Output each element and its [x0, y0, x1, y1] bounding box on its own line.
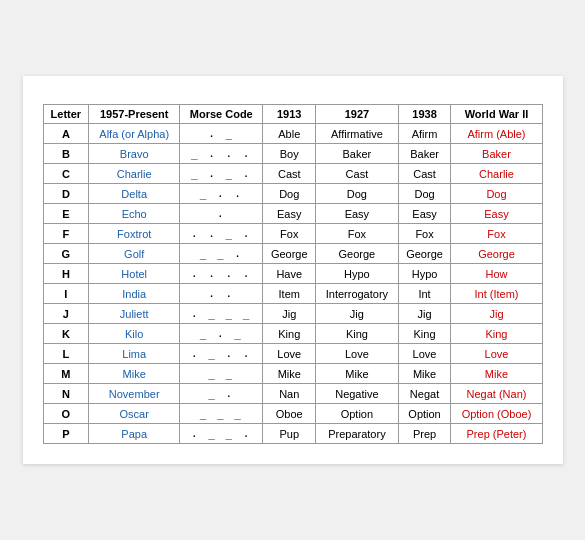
letter-cell: K [43, 324, 89, 344]
year-cell: Able [263, 124, 316, 144]
ww2-cell: Jig [451, 304, 542, 324]
morse-cell: . _ _ _ [180, 304, 263, 324]
ww2-cell: Afirm (Able) [451, 124, 542, 144]
year-cell: Dog [398, 184, 451, 204]
year-cell: Interrogatory [316, 284, 398, 304]
ww2-cell: Negat (Nan) [451, 384, 542, 404]
letter-cell: H [43, 264, 89, 284]
column-header: Morse Code [180, 105, 263, 124]
year-cell: Mike [316, 364, 398, 384]
ww2-cell: Easy [451, 204, 542, 224]
table-row: CCharlie_ . _ .CastCastCastCharlie [43, 164, 542, 184]
phonetic-alphabet-table: Letter1957-PresentMorse Code191319271938… [43, 104, 543, 444]
table-row: AAlfa (or Alpha). _AbleAffirmativeAfirmA… [43, 124, 542, 144]
table-row: NNovember_ .NanNegativeNegatNegat (Nan) [43, 384, 542, 404]
year-cell: King [263, 324, 316, 344]
year-cell: Affirmative [316, 124, 398, 144]
phonetic-cell: Papa [89, 424, 180, 444]
ww2-cell: King [451, 324, 542, 344]
year-cell: King [398, 324, 451, 344]
year-cell: Preparatory [316, 424, 398, 444]
morse-cell: _ _ _ [180, 404, 263, 424]
table-row: KKilo_ . _KingKingKingKing [43, 324, 542, 344]
letter-cell: F [43, 224, 89, 244]
year-cell: Option [316, 404, 398, 424]
morse-cell: . . _ . [180, 224, 263, 244]
year-cell: Prep [398, 424, 451, 444]
year-cell: Baker [398, 144, 451, 164]
ww2-cell: How [451, 264, 542, 284]
year-cell: Cast [263, 164, 316, 184]
table-row: LLima. _ . .LoveLoveLoveLove [43, 344, 542, 364]
column-header: Letter [43, 105, 89, 124]
year-cell: Jig [263, 304, 316, 324]
phonetic-cell: Oscar [89, 404, 180, 424]
year-cell: George [316, 244, 398, 264]
phonetic-cell: Foxtrot [89, 224, 180, 244]
year-cell: Jig [398, 304, 451, 324]
morse-cell: . _ . . [180, 344, 263, 364]
morse-cell: _ . _ [180, 324, 263, 344]
letter-cell: C [43, 164, 89, 184]
letter-cell: L [43, 344, 89, 364]
morse-cell: _ . [180, 384, 263, 404]
column-header: 1938 [398, 105, 451, 124]
year-cell: Fox [398, 224, 451, 244]
ww2-cell: Prep (Peter) [451, 424, 542, 444]
morse-cell: _ . . . [180, 144, 263, 164]
ww2-cell: Mike [451, 364, 542, 384]
column-header: 1927 [316, 105, 398, 124]
phonetic-cell: Alfa (or Alpha) [89, 124, 180, 144]
phonetic-cell: Mike [89, 364, 180, 384]
ww2-cell: Dog [451, 184, 542, 204]
column-header: 1957-Present [89, 105, 180, 124]
table-row: IIndia. .ItemInterrogatoryIntInt (Item) [43, 284, 542, 304]
page-container: Letter1957-PresentMorse Code191319271938… [23, 76, 563, 464]
letter-cell: P [43, 424, 89, 444]
morse-cell: . . [180, 284, 263, 304]
year-cell: Item [263, 284, 316, 304]
morse-cell: . _ _ . [180, 424, 263, 444]
year-cell: Int [398, 284, 451, 304]
year-cell: Love [398, 344, 451, 364]
year-cell: Hypo [398, 264, 451, 284]
year-cell: Dog [316, 184, 398, 204]
letter-cell: A [43, 124, 89, 144]
table-row: DDelta_ . .DogDogDogDog [43, 184, 542, 204]
phonetic-cell: Golf [89, 244, 180, 264]
letter-cell: O [43, 404, 89, 424]
year-cell: Boy [263, 144, 316, 164]
year-cell: Fox [263, 224, 316, 244]
year-cell: Cast [398, 164, 451, 184]
letter-cell: G [43, 244, 89, 264]
year-cell: Fox [316, 224, 398, 244]
year-cell: Mike [263, 364, 316, 384]
year-cell: Oboe [263, 404, 316, 424]
phonetic-cell: Lima [89, 344, 180, 364]
year-cell: Dog [263, 184, 316, 204]
year-cell: Negat [398, 384, 451, 404]
letter-cell: E [43, 204, 89, 224]
ww2-cell: Baker [451, 144, 542, 164]
morse-cell: _ . . [180, 184, 263, 204]
phonetic-cell: Charlie [89, 164, 180, 184]
table-body: AAlfa (or Alpha). _AbleAffirmativeAfirmA… [43, 124, 542, 444]
year-cell: Easy [398, 204, 451, 224]
column-header: World War II [451, 105, 542, 124]
year-cell: Pup [263, 424, 316, 444]
letter-cell: N [43, 384, 89, 404]
ww2-cell: Love [451, 344, 542, 364]
year-cell: Option [398, 404, 451, 424]
year-cell: Have [263, 264, 316, 284]
year-cell: Hypo [316, 264, 398, 284]
year-cell: Love [316, 344, 398, 364]
phonetic-cell: Bravo [89, 144, 180, 164]
year-cell: Cast [316, 164, 398, 184]
year-cell: Love [263, 344, 316, 364]
ww2-cell: Charlie [451, 164, 542, 184]
letter-cell: J [43, 304, 89, 324]
phonetic-cell: India [89, 284, 180, 304]
year-cell: Baker [316, 144, 398, 164]
ww2-cell: Option (Oboe) [451, 404, 542, 424]
ww2-cell: Fox [451, 224, 542, 244]
